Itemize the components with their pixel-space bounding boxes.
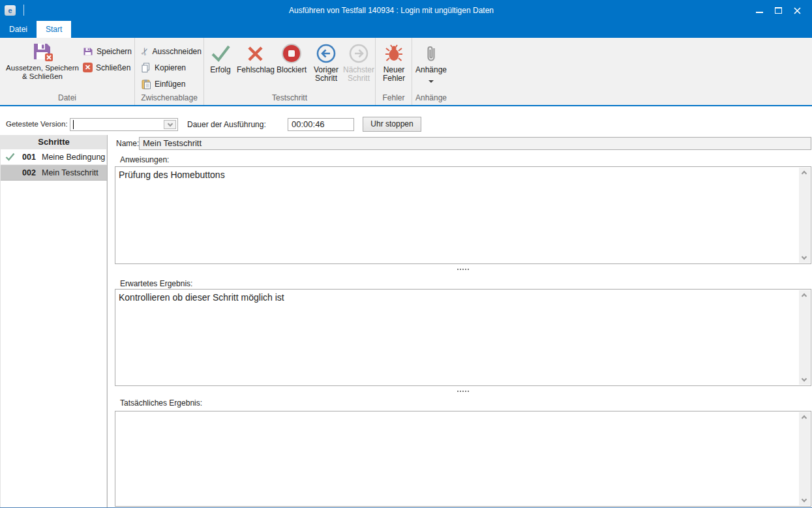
scroll-down-icon	[802, 254, 807, 260]
aussetzen-speichern-schliessen-button[interactable]: Aussetzen, Speichern& Schließen	[3, 40, 82, 100]
ribbon-group-testschritt: Erfolg Fehlschlag Blockiert	[204, 38, 376, 105]
big-button-label-line1: Aussetzen, Speichern	[6, 64, 79, 72]
erwartet-text: Kontrollieren ob dieser Schritt möglich …	[119, 292, 795, 303]
ausschneiden-button[interactable]: ✂ Ausschneiden	[141, 43, 202, 59]
step-detail: Name: Mein Testschritt Anweisungen: Prüf…	[115, 135, 812, 508]
ribbon-group-datei: Aussetzen, Speichern& Schließen Speicher…	[0, 38, 135, 105]
maximize-button[interactable]	[769, 0, 788, 21]
tatsaechlich-textarea[interactable]	[115, 411, 811, 507]
name-field[interactable]: Mein Testschritt	[139, 137, 811, 150]
einfuegen-button[interactable]: Einfügen	[141, 76, 202, 92]
neuer-fehler-label: NeuerFehler	[376, 66, 412, 83]
window-title: Ausführen von Testfall 140934 : Login mi…	[0, 0, 783, 21]
anhaenge-label: Anhänge	[412, 66, 450, 74]
steps-header: Schritte	[1, 135, 107, 149]
speichern-label: Speichern	[97, 47, 132, 56]
scroll-up-icon	[802, 415, 807, 421]
einfuegen-label: Einfügen	[155, 80, 185, 89]
ribbon: Aussetzen, Speichern& Schließen Speicher…	[0, 38, 812, 106]
naechster-schritt-button[interactable]: NächsterSchritt	[342, 38, 375, 98]
scissors-icon: ✂	[138, 46, 152, 57]
fehlschlag-button[interactable]: Fehlschlag	[237, 38, 273, 98]
kopieren-label: Kopieren	[155, 63, 186, 72]
ribbon-group-fehler: NeuerFehler Fehler	[376, 38, 412, 105]
ribbon-group-zwischenablage: ✂ Ausschneiden Kopieren	[135, 38, 204, 105]
kopieren-button[interactable]: Kopieren	[141, 59, 202, 76]
erwartet-scrollbar[interactable]	[799, 290, 810, 385]
bug-icon	[376, 43, 412, 64]
naechster-label: NächsterSchritt	[342, 66, 375, 83]
save-icon	[83, 46, 93, 57]
ribbon-tabs: Datei Start	[0, 21, 812, 38]
paste-icon	[141, 79, 151, 89]
ausschneiden-label: Ausschneiden	[153, 47, 202, 56]
step-row-001[interactable]: 001 Meine Bedingung	[1, 149, 107, 165]
neuer-fehler-button[interactable]: NeuerFehler	[376, 38, 412, 98]
erwartet-textarea[interactable]: Kontrollieren ob dieser Schritt möglich …	[115, 289, 811, 386]
splitter-2[interactable]	[115, 389, 811, 394]
anweisungen-textarea[interactable]: Prüfung des Homebuttons	[115, 166, 811, 264]
ribbon-group-anhaenge: Anhänge Anhänge	[412, 38, 450, 105]
step-number: 002	[22, 165, 36, 181]
group-label-anhaenge: Anhänge	[412, 93, 450, 102]
anhaenge-button[interactable]: Anhänge	[412, 38, 450, 98]
scroll-down-icon	[802, 376, 807, 381]
anweisungen-scrollbar[interactable]	[799, 168, 810, 263]
titlebar: e Ausführen von Testfall 140934 : Login …	[0, 0, 812, 21]
success-check-icon	[204, 43, 237, 64]
minimize-button[interactable]	[750, 0, 769, 21]
close-button[interactable]	[788, 0, 807, 21]
step-row-002[interactable]: 002 Mein Testschritt	[1, 165, 107, 181]
group-label-testschritt: Testschritt	[204, 93, 375, 102]
erwartet-label: Erwartetes Ergebnis:	[120, 279, 192, 288]
paperclip-icon	[412, 43, 450, 64]
close-red-icon: ✕	[83, 63, 93, 72]
blockiert-button[interactable]: Blockiert	[273, 38, 310, 98]
fehlschlag-label: Fehlschlag	[237, 66, 273, 74]
tatsaechlich-scrollbar[interactable]	[799, 412, 810, 505]
anhaenge-dropdown-icon	[429, 80, 434, 83]
erfolg-button[interactable]: Erfolg	[204, 38, 237, 98]
group-label-zwischenablage: Zwischenablage	[135, 93, 203, 102]
save-suspend-close-icon	[32, 40, 53, 61]
steps-panel: Schritte 001 Meine Bedingung 002 Mein Te…	[0, 135, 108, 508]
close-icon	[793, 7, 802, 15]
big-button-label-line2: & Schließen	[22, 72, 63, 80]
step-number: 001	[22, 149, 36, 165]
step-passed-check-icon	[5, 153, 15, 161]
scroll-down-icon	[802, 497, 807, 502]
anweisungen-label: Anweisungen:	[120, 155, 169, 164]
speichern-button[interactable]: Speichern	[83, 43, 132, 59]
name-label: Name:	[116, 139, 139, 148]
anweisungen-text: Prüfung des Homebuttons	[119, 170, 795, 180]
blocked-stop-icon	[273, 43, 310, 64]
blockiert-label: Blockiert	[273, 66, 310, 74]
scroll-up-icon	[802, 171, 807, 176]
tatsaechlich-label: Tatsächliches Ergebnis:	[120, 398, 202, 408]
scroll-up-icon	[802, 293, 807, 299]
content-area: Schritte 001 Meine Bedingung 002 Mein Te…	[0, 106, 812, 508]
fail-x-icon	[237, 43, 273, 64]
voriger-label: VorigerSchritt	[310, 66, 342, 83]
splitter-1[interactable]	[115, 267, 811, 272]
step-label: Meine Bedingung	[42, 149, 105, 165]
tab-start[interactable]: Start	[37, 21, 71, 38]
erfolg-label: Erfolg	[204, 66, 237, 74]
group-label-fehler: Fehler	[376, 93, 412, 102]
tab-datei[interactable]: Datei	[0, 21, 37, 38]
copy-icon	[141, 63, 151, 73]
previous-step-icon	[310, 43, 342, 64]
next-step-icon	[342, 43, 375, 64]
step-label: Mein Testschritt	[42, 165, 98, 181]
group-label-datei: Datei	[0, 93, 134, 102]
maximize-icon	[775, 7, 782, 14]
voriger-schritt-button[interactable]: VorigerSchritt	[310, 38, 342, 98]
schliessen-label: Schließen	[96, 63, 130, 72]
schliessen-button[interactable]: ✕ Schließen	[83, 59, 132, 76]
minimize-icon	[756, 12, 763, 13]
